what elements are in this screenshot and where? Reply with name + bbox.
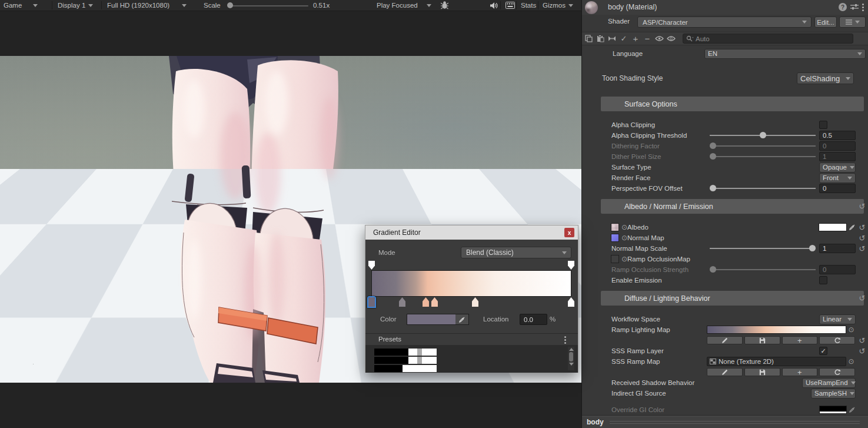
revert-icon[interactable]: ↺: [857, 202, 867, 211]
revert-icon[interactable]: ↺: [857, 223, 867, 232]
revert-icon[interactable]: ↺: [857, 244, 867, 253]
mute-audio-icon[interactable]: [486, 0, 502, 11]
close-button[interactable]: x: [564, 228, 574, 237]
workflow-space-dropdown[interactable]: Linear: [819, 314, 856, 324]
edit-sss-button[interactable]: [707, 368, 743, 376]
refresh-sss-button[interactable]: [819, 368, 855, 376]
revert-icon[interactable]: ↺: [857, 336, 867, 345]
eye-visible-icon[interactable]: [654, 34, 664, 44]
add-ramp-button[interactable]: +: [782, 336, 818, 344]
preset-gradient[interactable]: [374, 357, 437, 364]
shader-dropdown[interactable]: ASP/Character: [637, 16, 812, 28]
threshold-slider[interactable]: [710, 130, 816, 141]
debug-bug-icon[interactable]: [437, 0, 453, 11]
copy-icon[interactable]: [584, 34, 593, 44]
paste-icon[interactable]: [596, 34, 605, 44]
edit-ramp-button[interactable]: [707, 336, 743, 344]
language-dropdown[interactable]: EN: [704, 49, 866, 59]
section-diffuse-lighting[interactable]: Diffuse / Lighting Behavior: [601, 291, 864, 306]
refresh-ramp-button[interactable]: [819, 336, 855, 344]
revert-icon[interactable]: ↺: [857, 234, 867, 243]
presets-menu-icon[interactable]: [564, 336, 566, 344]
scroll-down-icon[interactable]: [569, 363, 574, 366]
revert-icon[interactable]: ↺: [857, 347, 867, 356]
color-stop-selected[interactable]: [368, 297, 375, 307]
game-tab-dropdown[interactable]: Game: [0, 0, 41, 11]
display-label: Display 1: [58, 2, 85, 9]
scroll-up-icon[interactable]: [569, 348, 574, 351]
enable-emission-row: Enable Emission: [582, 275, 868, 286]
shader-edit-button[interactable]: Edit...: [814, 16, 837, 28]
mode-dropdown[interactable]: Blend (Classic): [461, 247, 571, 258]
section-albedo-normal-emission[interactable]: Albedo / Normal / Emission: [601, 199, 864, 214]
scrollbar-thumb[interactable]: [569, 352, 573, 361]
scale-slider[interactable]: [228, 5, 308, 6]
render-face-dropdown[interactable]: Front: [819, 173, 856, 183]
object-picker-icon[interactable]: ⊙: [847, 357, 856, 366]
threshold-value[interactable]: 0.5: [819, 131, 856, 140]
color-stop[interactable]: [431, 297, 438, 307]
scale-slider-knob[interactable]: [227, 2, 233, 8]
alpha-clipping-checkbox[interactable]: [819, 121, 827, 129]
gradient-preview-strip[interactable]: [371, 270, 571, 297]
stop-color-swatch[interactable]: [407, 314, 469, 325]
drag-handle[interactable]: [610, 421, 860, 424]
color-stop[interactable]: [568, 297, 574, 307]
material-footer-bar[interactable]: body: [582, 416, 868, 428]
sss-ramp-object-field[interactable]: None (Texture 2D): [707, 357, 846, 366]
normal-map-thumbnail[interactable]: [611, 234, 619, 242]
eye-hidden-icon[interactable]: [666, 34, 676, 44]
ramp-gradient-preview[interactable]: [707, 326, 846, 334]
presets-list: [365, 345, 578, 373]
help-icon[interactable]: ?: [839, 3, 847, 11]
object-picker-icon[interactable]: ⊙: [847, 326, 856, 334]
presets-scrollbar[interactable]: [568, 347, 574, 370]
sss-ramp-layer-checkbox[interactable]: ✓: [819, 347, 827, 355]
dither-pixel-size-row: Dither Pixel Size 1: [582, 151, 868, 162]
color-stop[interactable]: [399, 297, 405, 307]
revert-icon[interactable]: ↺: [857, 294, 867, 303]
presets-icon[interactable]: [850, 3, 859, 12]
normal-scale-slider[interactable]: [710, 243, 816, 254]
display-dropdown[interactable]: Display 1: [54, 0, 97, 11]
received-shadow-dropdown[interactable]: UseRampEnd: [802, 378, 856, 388]
context-menu-icon[interactable]: [862, 4, 864, 11]
play-mode-dropdown[interactable]: Play Focused: [373, 0, 435, 11]
enable-emission-checkbox[interactable]: [819, 276, 827, 284]
section-surface-options[interactable]: Surface Options: [601, 97, 864, 111]
checkmark-icon[interactable]: ✓: [619, 34, 628, 44]
gizmos-dropdown[interactable]: Gizmos: [539, 0, 577, 11]
remove-icon[interactable]: −: [643, 34, 652, 44]
indirect-gi-dropdown[interactable]: SampleSH: [811, 389, 856, 399]
fov-offset-value[interactable]: 0: [819, 184, 856, 193]
resolution-dropdown[interactable]: Full HD (1920x1080): [104, 0, 190, 11]
save-ramp-button[interactable]: [744, 336, 780, 344]
color-stop[interactable]: [423, 297, 429, 307]
location-input[interactable]: 0.0: [520, 314, 547, 325]
shader-value: ASP/Character: [643, 19, 688, 26]
eyedropper-icon[interactable]: [848, 223, 856, 231]
alpha-stop[interactable]: [368, 261, 375, 270]
surface-type-dropdown[interactable]: Opaque: [819, 162, 856, 172]
add-icon[interactable]: +: [631, 34, 640, 44]
add-sss-button[interactable]: +: [782, 368, 818, 376]
preset-gradient[interactable]: [374, 349, 437, 356]
search-field[interactable]: Auto: [683, 34, 853, 44]
toon-shading-dropdown[interactable]: CelShading: [797, 72, 854, 84]
color-stop[interactable]: [472, 297, 478, 307]
albedo-texture-thumbnail[interactable]: [611, 223, 619, 231]
override-gi-color-swatch: [819, 406, 847, 414]
albedo-color-swatch[interactable]: [819, 223, 847, 231]
fov-offset-slider[interactable]: [710, 183, 816, 194]
ramp-occlusion-thumbnail[interactable]: [611, 255, 619, 263]
collapse-icon[interactable]: [607, 34, 617, 44]
gradient-editor-titlebar[interactable]: Gradient Editor x: [365, 225, 578, 240]
shader-properties-button[interactable]: [839, 16, 866, 28]
ramp-tools-row: + ↺: [582, 335, 868, 346]
save-sss-button[interactable]: [744, 368, 780, 376]
eyedropper-icon[interactable]: [455, 314, 468, 324]
normal-scale-value[interactable]: 1: [819, 244, 856, 253]
preset-gradient[interactable]: [374, 365, 437, 372]
stats-button[interactable]: Stats: [517, 0, 540, 11]
alpha-stop[interactable]: [568, 261, 574, 270]
